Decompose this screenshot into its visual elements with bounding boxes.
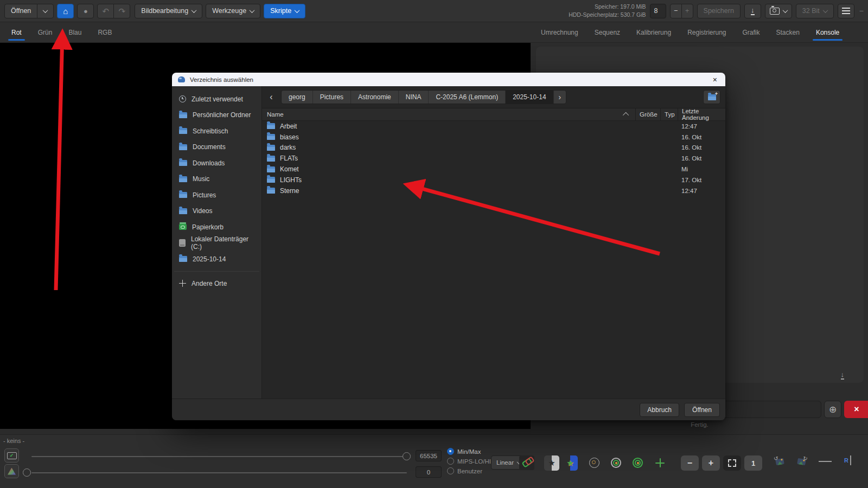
channel-tab[interactable]: RGB: [90, 22, 120, 42]
workflow-tab[interactable]: Sequenz: [586, 22, 628, 42]
sidebar-place-item[interactable]: Persönlicher Ordner: [175, 108, 258, 122]
stop-processing-button[interactable]: ×: [844, 401, 868, 418]
rotate-right-button[interactable]: ↻: [797, 459, 806, 465]
sidebar-place-item[interactable]: Videos: [175, 204, 258, 218]
astrometry-button[interactable]: [589, 458, 599, 468]
breadcrumb-forward-button[interactable]: ›: [554, 91, 566, 104]
save-button[interactable]: Speichern: [697, 4, 741, 18]
channel-tab[interactable]: Grün: [30, 22, 61, 42]
threads-increase-button[interactable]: +: [681, 4, 693, 18]
channel-tab[interactable]: Blau: [60, 22, 90, 42]
cancel-button[interactable]: Abbruch: [640, 403, 679, 417]
breadcrumb-back-button[interactable]: ‹: [265, 92, 277, 102]
sidebar-place-item[interactable]: Schreibtisch: [175, 124, 258, 138]
hamburger-menu-button[interactable]: [838, 4, 854, 18]
image-processing-menu-button[interactable]: Bildbearbeitung: [135, 4, 202, 18]
low-slider-track[interactable]: [31, 472, 407, 473]
file-row[interactable]: Arbeit 12:47: [262, 121, 725, 132]
sidebar-place-item[interactable]: Documents: [175, 140, 258, 154]
file-row[interactable]: darks 16. Okt: [262, 143, 725, 153]
file-row[interactable]: biases 16. Okt: [262, 132, 725, 143]
column-header-type[interactable]: Typ: [660, 108, 678, 120]
breadcrumb-item[interactable]: 2025-10-14: [506, 91, 553, 104]
zoom-in-button[interactable]: +: [702, 455, 720, 471]
open-button[interactable]: Öffnen: [4, 4, 37, 18]
open-directory-button[interactable]: Öffnen: [684, 403, 720, 417]
tools-menu-button[interactable]: Werkzeuge: [206, 4, 260, 18]
breadcrumb-item[interactable]: Astronomie: [351, 91, 399, 104]
sidebar-place-item[interactable]: Papierkorb: [175, 220, 258, 234]
channel-tab[interactable]: Rot: [3, 22, 30, 42]
display-preview-button[interactable]: ✓: [4, 448, 19, 463]
threads-decrease-button[interactable]: −: [670, 4, 682, 18]
zoom-out-button[interactable]: −: [681, 455, 699, 471]
workflow-tab[interactable]: Stacken: [768, 22, 808, 42]
sidebar-place-item[interactable]: Lokaler Datenträger (C:): [175, 236, 258, 250]
scripts-menu-button[interactable]: Skripte: [264, 4, 305, 18]
range-radio[interactable]: MIPS-LO/HI: [447, 458, 491, 465]
sidebar-place-item[interactable]: 2025-10-14: [175, 252, 258, 266]
file-row[interactable]: LIGHTs 17. Okt: [262, 175, 725, 185]
rotate-left-button[interactable]: ↺: [776, 459, 784, 465]
sidebar-place-item[interactable]: Downloads: [175, 156, 258, 170]
snapshot-button[interactable]: [765, 4, 792, 18]
high-slider-track[interactable]: [31, 456, 407, 457]
flip-vertical-button[interactable]: R: [844, 455, 851, 465]
threads-input[interactable]: 8: [650, 4, 666, 18]
siril-logo-icon: [178, 76, 185, 82]
zoom-one-button[interactable]: 1: [744, 455, 762, 471]
breadcrumb-item[interactable]: georg: [282, 91, 313, 104]
bit-depth-dropdown[interactable]: 32 Bit: [796, 4, 834, 18]
breadcrumb-item[interactable]: NINA: [399, 91, 429, 104]
redo-button[interactable]: ↷: [113, 4, 130, 18]
sidebar-place-item[interactable]: Andere Orte: [175, 277, 258, 291]
workflow-tab[interactable]: Konsole: [808, 22, 847, 42]
sidebar-place-item[interactable]: Zuletzt verwendet: [175, 92, 258, 106]
star-detection-button[interactable]: ★: [544, 455, 559, 471]
file-modified: 12:47: [678, 123, 725, 130]
sidebar-place-item[interactable]: Pictures: [175, 188, 258, 202]
breadcrumb-label: Pictures: [320, 93, 343, 101]
chevron-down-icon: [295, 8, 300, 13]
range-radio[interactable]: Benutzer: [447, 467, 482, 474]
sidebar-place-item[interactable]: Music: [175, 172, 258, 186]
comet-button[interactable]: [655, 458, 665, 467]
color-profile-button[interactable]: [4, 464, 19, 478]
downloads-folder-icon: [179, 160, 187, 166]
photometry-button[interactable]: [633, 458, 643, 468]
command-scope-button[interactable]: ⊕: [824, 401, 841, 418]
workflow-tab[interactable]: Grafik: [735, 22, 768, 42]
workflow-tab[interactable]: Kalibrierung: [628, 22, 679, 42]
workflow-tab[interactable]: Umrechnung: [533, 22, 586, 42]
open-dropdown-button[interactable]: [37, 4, 54, 18]
range-radio[interactable]: Min/Max: [447, 448, 481, 455]
column-header-size[interactable]: Größe: [635, 108, 660, 120]
export-log-icon[interactable]: ↓: [841, 371, 845, 380]
new-folder-button[interactable]: [703, 90, 720, 104]
breadcrumb-item[interactable]: Pictures: [313, 91, 351, 104]
save-as-button[interactable]: ↓: [744, 4, 761, 18]
column-header-modified[interactable]: Letzte Änderung: [678, 108, 725, 120]
platesolve-button[interactable]: [611, 458, 621, 468]
file-row[interactable]: FLATs 16. Okt: [262, 153, 725, 164]
file-row[interactable]: Sterne 12:47: [262, 185, 725, 196]
undo-button[interactable]: ↶: [97, 4, 114, 18]
dialog-titlebar[interactable]: Verzeichnis auswählen ×: [172, 73, 725, 86]
main-toolbar: Öffnen ⌂ ● ↶ ↷ Bildbearbeitung Werkzeuge…: [0, 0, 868, 22]
file-row[interactable]: Komet Mi: [262, 164, 725, 175]
breadcrumb-item[interactable]: C-2025 A6 (Lemmon): [429, 91, 506, 104]
record-button[interactable]: ●: [77, 4, 94, 18]
color-gamut-icon: [8, 468, 16, 475]
star-color-button[interactable]: ★: [563, 455, 578, 471]
home-button[interactable]: ⌂: [57, 4, 74, 18]
link-channels-button[interactable]: [519, 455, 534, 470]
high-slider-handle[interactable]: [403, 452, 411, 460]
low-slider-handle[interactable]: [23, 468, 31, 477]
dialog-close-button[interactable]: ×: [711, 75, 719, 85]
folder-icon: [267, 134, 275, 140]
low-cutoff-input[interactable]: 0: [416, 466, 442, 478]
high-cutoff-input[interactable]: 65535: [416, 450, 442, 461]
fit-to-window-button[interactable]: [723, 455, 741, 471]
column-header-name[interactable]: Name: [262, 111, 635, 118]
workflow-tab[interactable]: Registrierung: [679, 22, 734, 42]
